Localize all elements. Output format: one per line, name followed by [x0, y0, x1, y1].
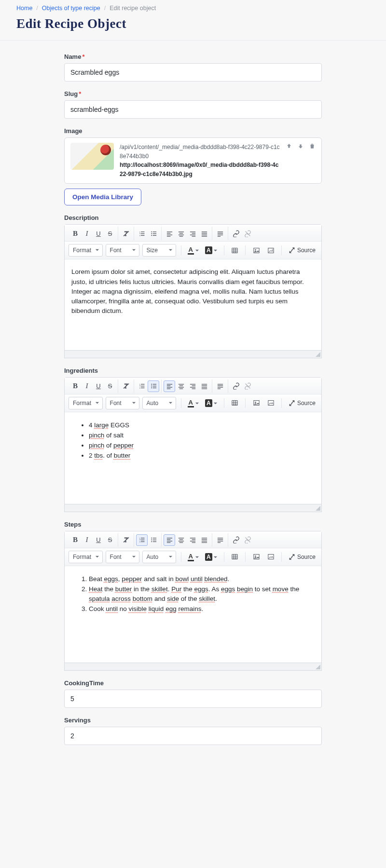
move-down-icon[interactable]: [297, 143, 304, 151]
rte-resize-handle[interactable]: [64, 663, 322, 671]
unlink-button[interactable]: [242, 380, 253, 392]
open-media-library-button[interactable]: Open Media Library: [64, 189, 141, 205]
align-justify-button[interactable]: [198, 534, 210, 546]
format-select[interactable]: Format: [69, 397, 103, 409]
format-select[interactable]: Format: [69, 551, 103, 563]
align-left-button[interactable]: [164, 228, 175, 239]
bold-button[interactable]: B: [69, 380, 81, 392]
size-select[interactable]: Auto: [142, 397, 176, 409]
image-button[interactable]: [250, 551, 262, 563]
unlink-button[interactable]: [242, 534, 253, 546]
slug-input[interactable]: [64, 100, 322, 119]
align-right-button[interactable]: [187, 228, 198, 239]
bulleted-list-button[interactable]: [148, 534, 159, 546]
text-color-button[interactable]: A: [186, 399, 201, 407]
numbered-list-button[interactable]: [136, 228, 148, 239]
rte-toolbar-row2: Format Font Auto A A Source: [65, 394, 321, 412]
align-justify-button[interactable]: [198, 380, 210, 392]
breadcrumb-sep: /: [104, 5, 106, 12]
text-color-button[interactable]: A: [186, 246, 201, 255]
rte-resize-handle[interactable]: [64, 504, 322, 512]
svg-point-13: [151, 540, 152, 541]
table-button[interactable]: [229, 551, 241, 563]
underline-button[interactable]: U: [93, 380, 104, 392]
align-center-button[interactable]: [175, 228, 187, 239]
field-servings: Servings: [64, 717, 322, 745]
link-button[interactable]: [230, 228, 242, 239]
description-body[interactable]: Lorem ipsum dolor sit amet, consectetur …: [65, 259, 321, 350]
numbered-list-button[interactable]: [136, 380, 148, 392]
align-left-button[interactable]: [164, 534, 175, 546]
media-button[interactable]: [265, 551, 276, 563]
underline-button[interactable]: U: [93, 228, 104, 239]
align-right-button[interactable]: [187, 534, 198, 546]
source-button[interactable]: Source: [287, 247, 317, 254]
rte-resize-handle[interactable]: [64, 351, 322, 358]
paragraph-menu-button[interactable]: [214, 228, 226, 239]
bg-color-button[interactable]: A: [204, 246, 219, 254]
slug-label-text: Slug: [64, 90, 78, 97]
clear-format-button[interactable]: [120, 534, 132, 546]
table-button[interactable]: [229, 397, 241, 409]
numbered-list-button[interactable]: [136, 534, 148, 546]
font-select[interactable]: Font: [106, 397, 139, 409]
media-thumbnail[interactable]: [70, 143, 114, 170]
breadcrumb: Home / Objects of type recipe / Edit rec…: [16, 0, 370, 14]
text-color-button[interactable]: A: [186, 553, 201, 561]
bold-button[interactable]: B: [69, 228, 81, 239]
breadcrumb-home[interactable]: Home: [16, 5, 32, 12]
list-item: pinch of salt: [89, 431, 315, 440]
font-select[interactable]: Font: [106, 551, 139, 563]
field-description: Description B I U S: [64, 214, 322, 358]
clear-format-button[interactable]: [120, 380, 132, 392]
source-button[interactable]: Source: [287, 554, 317, 560]
cookingtime-input[interactable]: [64, 690, 322, 708]
steps-body[interactable]: Beat eggs, pepper and salt in bowl until…: [65, 566, 321, 663]
move-up-icon[interactable]: [286, 143, 292, 151]
media-button[interactable]: [265, 397, 276, 409]
steps-editor: B I U S: [64, 531, 322, 663]
media-button[interactable]: [265, 244, 276, 256]
name-input[interactable]: [64, 63, 322, 81]
link-button[interactable]: [230, 380, 242, 392]
bg-color-button[interactable]: A: [204, 399, 219, 407]
underline-button[interactable]: U: [93, 534, 104, 546]
font-select[interactable]: Font: [106, 244, 139, 257]
clear-format-button[interactable]: [120, 228, 132, 239]
align-right-button[interactable]: [187, 380, 198, 392]
strike-button[interactable]: S: [104, 534, 116, 546]
link-button[interactable]: [230, 534, 242, 546]
bold-button[interactable]: B: [69, 534, 81, 546]
strike-button[interactable]: S: [104, 380, 116, 392]
italic-button[interactable]: I: [81, 228, 93, 239]
unlink-button[interactable]: [242, 228, 253, 239]
page-title: Edit Recipe Object: [16, 14, 370, 40]
align-center-button[interactable]: [175, 380, 187, 392]
delete-icon[interactable]: [309, 143, 316, 151]
servings-input[interactable]: [64, 727, 322, 745]
name-label-text: Name: [64, 53, 81, 60]
align-justify-button[interactable]: [198, 228, 210, 239]
italic-button[interactable]: I: [81, 534, 93, 546]
svg-point-8: [151, 387, 152, 388]
svg-point-4: [255, 249, 256, 251]
svg-point-2: [151, 235, 152, 236]
italic-button[interactable]: I: [81, 380, 93, 392]
image-button[interactable]: [250, 397, 262, 409]
format-select[interactable]: Format: [69, 244, 103, 257]
paragraph-menu-button[interactable]: [214, 380, 226, 392]
align-left-button[interactable]: [164, 380, 175, 392]
size-select[interactable]: Auto: [142, 551, 176, 563]
image-button[interactable]: [250, 244, 262, 256]
size-select[interactable]: Size: [142, 244, 176, 257]
source-button[interactable]: Source: [287, 400, 317, 407]
align-center-button[interactable]: [175, 534, 187, 546]
ingredients-body[interactable]: 4 large EGGS pinch of salt pinch of pepp…: [65, 412, 321, 504]
strike-button[interactable]: S: [104, 228, 116, 239]
table-button[interactable]: [229, 244, 241, 256]
breadcrumb-parent[interactable]: Objects of type recipe: [42, 5, 100, 12]
paragraph-menu-button[interactable]: [214, 534, 226, 546]
bg-color-button[interactable]: A: [204, 553, 219, 561]
bulleted-list-button[interactable]: [148, 228, 159, 239]
bulleted-list-button[interactable]: [148, 380, 159, 392]
